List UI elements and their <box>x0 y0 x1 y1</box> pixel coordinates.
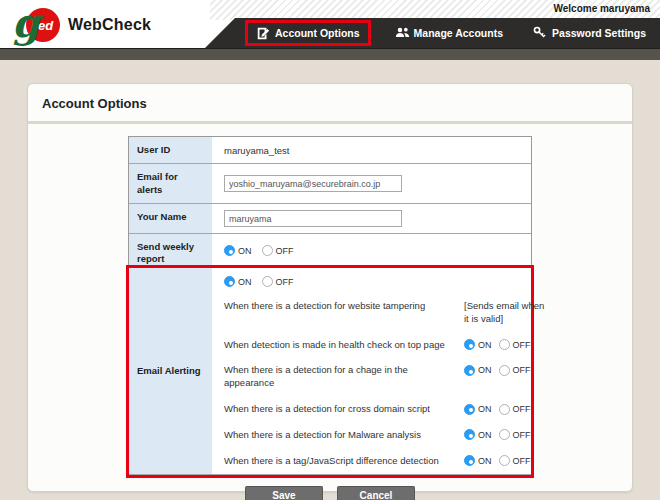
cross-domain-off-option[interactable]: OFF <box>499 403 531 415</box>
page-content: Account Options User ID maruyama_test Em… <box>0 60 660 492</box>
nav-manage-accounts[interactable]: Manage Accounts <box>389 22 509 44</box>
tag-js-diff-off-option[interactable]: OFF <box>499 455 531 467</box>
send-weekly-report-label: Send weekly report <box>129 234 212 267</box>
radio-on[interactable] <box>464 404 475 415</box>
header: Welcome maruyama g red WebCheck Account … <box>0 0 660 48</box>
weekly-report-off-option[interactable]: OFF <box>262 245 294 256</box>
nav-password-settings-label: Password Settings <box>552 27 646 39</box>
tag-js-diff-on-option[interactable]: ON <box>464 455 492 467</box>
appearance-change-on-option[interactable]: ON <box>464 364 492 376</box>
alert-item-appearance-change: When there is a detection for a chage in… <box>224 364 546 390</box>
key-icon <box>533 26 547 40</box>
radio-off[interactable] <box>499 339 510 350</box>
radio-off[interactable] <box>499 429 510 440</box>
email-for-alerts-label: Email for alerts <box>129 164 212 203</box>
row-email-alerting-highlight: Email Alerting ON OFF W <box>129 268 531 475</box>
gred-webcheck-logo: g red WebCheck <box>8 2 151 48</box>
nav-password-settings[interactable]: Password Settings <box>527 22 652 44</box>
radio-on[interactable] <box>224 245 235 256</box>
alert-item-malware-analysis: When there is a detection for Malware an… <box>224 429 546 442</box>
health-check-off-option[interactable]: OFF <box>499 339 531 351</box>
your-name-label: Your Name <box>129 204 212 233</box>
radio-on[interactable] <box>464 429 475 440</box>
malware-on-option[interactable]: ON <box>464 429 492 441</box>
email-alerting-cell: ON OFF When there is a detection for web… <box>212 268 552 474</box>
row-email-for-alerts: Email for alerts <box>129 164 531 204</box>
page-title: Account Options <box>28 84 632 124</box>
top-navbar: Account Options Manage Accounts Password… <box>205 18 660 48</box>
alert-item-website-tampering: When there is a detection for website ta… <box>224 300 546 326</box>
health-check-radio-group: ON OFF <box>464 339 546 351</box>
tampering-note: [Sends email when it is valid] <box>464 300 546 326</box>
header-accent-strip <box>0 48 660 60</box>
radio-on[interactable] <box>464 365 475 376</box>
radio-on[interactable] <box>464 339 475 350</box>
welcome-text: Welcome maruyama <box>553 3 650 14</box>
save-button[interactable]: Save <box>245 486 323 500</box>
radio-on[interactable] <box>224 276 235 287</box>
radio-off[interactable] <box>499 365 510 376</box>
health-check-on-option[interactable]: ON <box>464 339 492 351</box>
alert-item-cross-domain-script: When there is a detection for cross doma… <box>224 403 546 416</box>
cross-domain-on-option[interactable]: ON <box>464 403 492 415</box>
logo-g-glyph: g <box>12 3 40 43</box>
nav-account-options[interactable]: Account Options <box>245 20 371 46</box>
your-name-input[interactable] <box>224 210 402 227</box>
weekly-report-on-option[interactable]: ON <box>224 245 252 256</box>
radio-off[interactable] <box>499 404 510 415</box>
email-alerting-label: Email Alerting <box>129 268 212 474</box>
radio-on[interactable] <box>464 455 475 466</box>
email-alerting-master-radio-group: ON OFF <box>224 276 546 287</box>
row-your-name: Your Name <box>129 204 531 234</box>
radio-off[interactable] <box>262 245 273 256</box>
account-options-form: User ID maruyama_test Email for alerts Y… <box>128 136 532 475</box>
cross-domain-radio-group: ON OFF <box>464 403 546 415</box>
radio-off[interactable] <box>262 276 273 287</box>
malware-off-option[interactable]: OFF <box>499 429 531 441</box>
row-send-weekly-report: Send weekly report ON OFF <box>129 234 531 268</box>
cancel-button[interactable]: Cancel <box>337 486 415 500</box>
form-actions: Save Cancel <box>28 486 632 500</box>
memo-pencil-icon <box>256 26 270 40</box>
row-user-id: User ID maruyama_test <box>129 137 531 164</box>
email-alerting-off-option[interactable]: OFF <box>262 276 294 287</box>
user-id-value: maruyama_test <box>212 137 531 163</box>
nav-manage-accounts-label: Manage Accounts <box>414 27 503 39</box>
user-id-label: User ID <box>129 137 212 163</box>
appearance-change-radio-group: ON OFF <box>464 364 546 376</box>
email-for-alerts-input[interactable] <box>224 175 402 192</box>
alert-item-tag-javascript-diff: When there is a tag/JavaScript differenc… <box>224 455 546 468</box>
appearance-change-off-option[interactable]: OFF <box>499 364 531 376</box>
email-alerting-on-option[interactable]: ON <box>224 276 252 287</box>
malware-radio-group: ON OFF <box>464 429 546 441</box>
tag-js-diff-radio-group: ON OFF <box>464 455 546 467</box>
account-options-panel: Account Options User ID maruyama_test Em… <box>27 83 633 492</box>
alert-item-health-check: When detection is made in health check o… <box>224 339 546 352</box>
users-icon <box>395 26 409 40</box>
app-title: WebCheck <box>68 16 151 34</box>
nav-account-options-label: Account Options <box>275 27 360 39</box>
weekly-report-radio-group: ON OFF <box>224 245 294 256</box>
radio-off[interactable] <box>499 455 510 466</box>
